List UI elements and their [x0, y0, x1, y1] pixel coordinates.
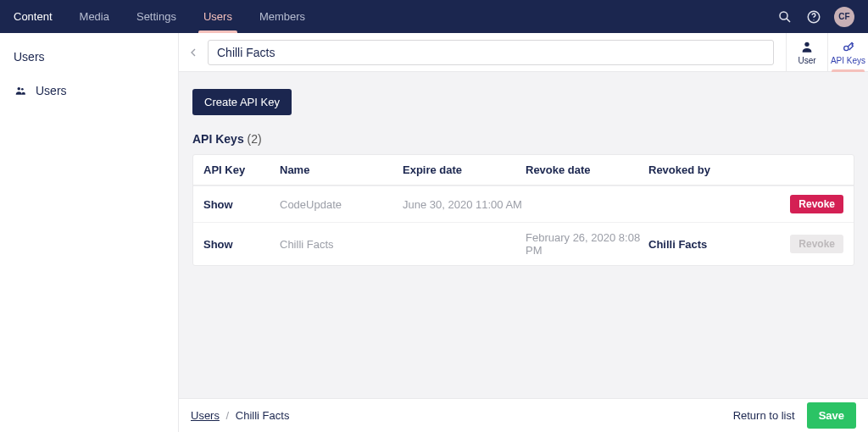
svg-point-3: [813, 19, 814, 20]
cell-name: CodeUpdate: [280, 198, 403, 211]
section-title: API Keys (2): [192, 132, 854, 146]
col-revoked-by: Revoked by: [648, 163, 793, 176]
footer-right: Return to list Save: [733, 402, 856, 429]
col-api-key: API Key: [203, 163, 280, 176]
topnav-item-users[interactable]: Users: [190, 0, 246, 33]
svg-point-4: [18, 87, 21, 91]
svg-point-7: [843, 46, 848, 50]
create-api-key-button[interactable]: Create API Key: [192, 89, 292, 115]
help-icon[interactable]: [805, 8, 822, 25]
sidebar-item-users[interactable]: Users: [0, 79, 178, 102]
tabs: User API Keys: [786, 33, 868, 71]
breadcrumb-separator: /: [226, 409, 230, 422]
sidebar-header: Users: [0, 50, 178, 79]
table-header: API Key Name Expire date Revoke date Rev…: [193, 155, 854, 186]
show-key-link[interactable]: Show: [203, 238, 280, 251]
user-icon: [799, 39, 815, 54]
cell-name: Chilli Facts: [280, 238, 403, 251]
topnav-item-settings[interactable]: Settings: [123, 0, 190, 33]
tab-label: API Keys: [831, 56, 865, 65]
topbar: Content Media Settings Users Members CF: [0, 0, 868, 33]
search-icon[interactable]: [776, 8, 793, 25]
section-title-text: API Keys: [192, 132, 244, 146]
svg-point-5: [21, 88, 24, 91]
avatar[interactable]: CF: [834, 7, 854, 27]
svg-point-6: [804, 42, 809, 47]
col-name: Name: [280, 163, 403, 176]
footer: Users / Chilli Facts Return to list Save: [179, 398, 868, 432]
cell-expire: June 30, 2020 11:00 AM: [403, 198, 526, 211]
table-row: Show Chilli Facts February 26, 2020 8:08…: [193, 222, 854, 265]
cell-revoked-by[interactable]: Chilli Facts: [648, 238, 793, 251]
return-to-list-link[interactable]: Return to list: [733, 409, 795, 422]
topbar-right: CF: [776, 7, 854, 27]
users-group-icon: [14, 85, 27, 97]
back-button[interactable]: [179, 33, 208, 71]
col-revoke-date: Revoke date: [526, 163, 648, 176]
svg-point-0: [780, 12, 787, 19]
cell-revoke-date: February 26, 2020 8:08 PM: [526, 231, 648, 257]
tab-api-keys[interactable]: API Keys: [827, 33, 868, 71]
topnav-item-media[interactable]: Media: [66, 0, 123, 33]
sidebar: Users Users: [0, 33, 179, 432]
content-body: Create API Key API Keys (2) API Key Name…: [179, 72, 868, 432]
section-count: (2): [248, 132, 262, 146]
breadcrumb: Users / Chilli Facts: [191, 409, 289, 422]
save-button[interactable]: Save: [807, 402, 856, 429]
tab-user[interactable]: User: [787, 33, 827, 71]
table-row: Show CodeUpdate June 30, 2020 11:00 AM R…: [193, 186, 854, 222]
sidebar-item-label: Users: [36, 84, 67, 97]
topnav: Content Media Settings Users Members: [0, 0, 319, 33]
content-header: User API Keys: [179, 33, 868, 72]
key-icon: [841, 39, 856, 54]
api-keys-table: API Key Name Expire date Revoke date Rev…: [192, 154, 854, 266]
main: User API Keys Create API Key API Keys (2…: [179, 33, 868, 432]
topnav-item-members[interactable]: Members: [246, 0, 319, 33]
show-key-link[interactable]: Show: [203, 198, 280, 211]
svg-line-1: [787, 18, 790, 21]
tab-label: User: [798, 56, 815, 65]
col-expire: Expire date: [403, 163, 526, 176]
topnav-item-content[interactable]: Content: [0, 0, 66, 33]
revoke-button: Revoke: [790, 235, 843, 253]
name-input[interactable]: [208, 40, 774, 65]
breadcrumb-root[interactable]: Users: [191, 409, 220, 422]
revoke-button[interactable]: Revoke: [790, 195, 843, 213]
breadcrumb-current: Chilli Facts: [236, 409, 290, 422]
